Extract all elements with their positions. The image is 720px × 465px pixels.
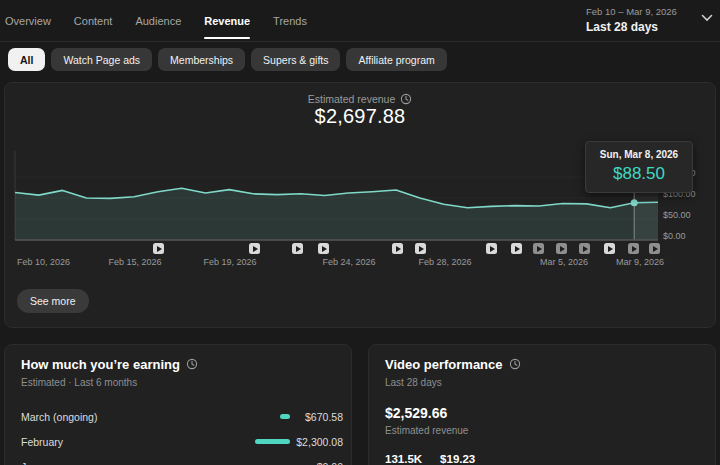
- monthly-earnings-list: March (ongoing)$670.58February$2,300.08J…: [21, 404, 343, 465]
- performance-stats-row: 131.5K Views $19.23 Revenue per 1K views…: [385, 453, 699, 465]
- x-axis-tick: Mar 9, 2026: [616, 257, 664, 267]
- tab-trends[interactable]: Trends: [273, 0, 307, 42]
- video-play-marker-icon[interactable]: [153, 243, 164, 254]
- earnings-summary-card: How much you’re earning Estimated · Last…: [4, 344, 352, 465]
- x-axis-tick: Feb 15, 2026: [108, 257, 161, 267]
- info-clock-icon[interactable]: [186, 358, 198, 370]
- earnings-amount: $670.58: [295, 411, 343, 423]
- performance-card-header: Video performance: [385, 357, 699, 372]
- rpm-stat: $19.23 Revenue per 1K views (RPM): [440, 453, 572, 465]
- chart-tooltip: Sun, Mar 8, 2026 $88.50: [585, 141, 693, 193]
- see-more-button[interactable]: See more: [17, 289, 89, 313]
- tab-revenue[interactable]: Revenue: [204, 0, 250, 42]
- video-play-marker-icon[interactable]: [556, 243, 567, 254]
- metric-label: Estimated revenue: [308, 93, 396, 105]
- earnings-card-header: How much you’re earning: [21, 357, 343, 372]
- tab-content[interactable]: Content: [74, 0, 113, 42]
- tooltip-date: Sun, Mar 8, 2026: [592, 149, 686, 160]
- performance-card-title: Video performance: [385, 357, 503, 372]
- video-play-marker-icon[interactable]: [249, 243, 260, 254]
- earnings-row[interactable]: February$2,300.08: [21, 429, 343, 454]
- x-axis-tick: Mar 5, 2026: [540, 257, 588, 267]
- earnings-bar: [280, 414, 290, 419]
- date-range-selector[interactable]: Feb 10 – Mar 9, 2026 Last 28 days: [586, 6, 677, 34]
- chip-affiliate-program[interactable]: Affiliate program: [346, 48, 446, 71]
- video-play-marker-icon[interactable]: [415, 243, 426, 254]
- tab-audience[interactable]: Audience: [135, 0, 181, 42]
- date-range-text: Feb 10 – Mar 9, 2026: [586, 6, 677, 17]
- revenue-chart-card: Estimated revenue $2,697.88 $150.00$100.…: [4, 82, 716, 328]
- video-play-marker-icon[interactable]: [392, 243, 403, 254]
- earnings-month-label: February: [21, 436, 255, 448]
- views-value: 131.5K: [385, 453, 422, 465]
- views-stat: 131.5K Views: [385, 453, 422, 465]
- estimated-revenue-total: $2,697.88: [5, 105, 715, 128]
- video-play-marker-icon[interactable]: [579, 243, 590, 254]
- video-play-marker-icon[interactable]: [604, 243, 615, 254]
- chevron-down-icon[interactable]: [701, 14, 713, 22]
- earnings-row[interactable]: March (ongoing)$670.58: [21, 404, 343, 429]
- analytics-top-nav: OverviewContentAudienceRevenueTrends Feb…: [0, 0, 720, 42]
- earnings-month-label: March (ongoing): [21, 411, 280, 423]
- x-axis-tick: Feb 19, 2026: [203, 257, 256, 267]
- earnings-card-title: How much you’re earning: [21, 357, 180, 372]
- youtube-studio-revenue-analytics: OverviewContentAudienceRevenueTrends Feb…: [0, 0, 720, 465]
- info-clock-icon[interactable]: [400, 93, 412, 105]
- video-play-marker-icon[interactable]: [486, 243, 497, 254]
- y-axis-tick: $0.00: [663, 231, 686, 241]
- earnings-month-label: January: [21, 461, 295, 465]
- video-play-marker-icon[interactable]: [649, 243, 660, 254]
- earnings-amount: $2,300.08: [295, 436, 343, 448]
- revenue-filter-chips: AllWatch Page adsMembershipsSupers & gif…: [8, 48, 447, 71]
- tooltip-value: $88.50: [592, 164, 686, 184]
- chip-all[interactable]: All: [8, 48, 45, 71]
- y-axis-tick: $50.00: [663, 210, 691, 220]
- date-period-label: Last 28 days: [586, 20, 677, 34]
- chip-supers-gifts[interactable]: Supers & gifts: [251, 48, 340, 71]
- x-axis-tick: Feb 28, 2026: [418, 257, 471, 267]
- earnings-row[interactable]: January$0.00: [21, 454, 343, 465]
- earnings-bar: [255, 439, 290, 444]
- video-play-marker-icon[interactable]: [318, 243, 329, 254]
- tab-overview[interactable]: Overview: [5, 0, 51, 42]
- chip-watch-page-ads[interactable]: Watch Page ads: [51, 48, 152, 71]
- earnings-card-subtitle: Estimated · Last 6 months: [21, 377, 343, 388]
- chip-memberships[interactable]: Memberships: [158, 48, 245, 71]
- performance-card-subtitle: Last 28 days: [385, 377, 699, 388]
- video-play-marker-icon[interactable]: [511, 243, 522, 254]
- performance-revenue-label: Estimated revenue: [385, 425, 699, 436]
- performance-revenue-value: $2,529.66: [385, 405, 699, 421]
- video-performance-card: Video performance Last 28 days $2,529.66…: [368, 344, 716, 465]
- rpm-value: $19.23: [440, 453, 572, 465]
- video-play-marker-icon[interactable]: [533, 243, 544, 254]
- video-play-marker-icon[interactable]: [628, 243, 639, 254]
- video-play-marker-icon[interactable]: [292, 243, 303, 254]
- info-clock-icon[interactable]: [509, 358, 521, 370]
- earnings-amount: $0.00: [295, 461, 343, 465]
- x-axis-tick: Feb 24, 2026: [322, 257, 375, 267]
- x-axis-tick: Feb 10, 2026: [17, 257, 70, 267]
- analytics-tabs: OverviewContentAudienceRevenueTrends: [5, 0, 307, 42]
- metric-header: Estimated revenue: [5, 92, 715, 105]
